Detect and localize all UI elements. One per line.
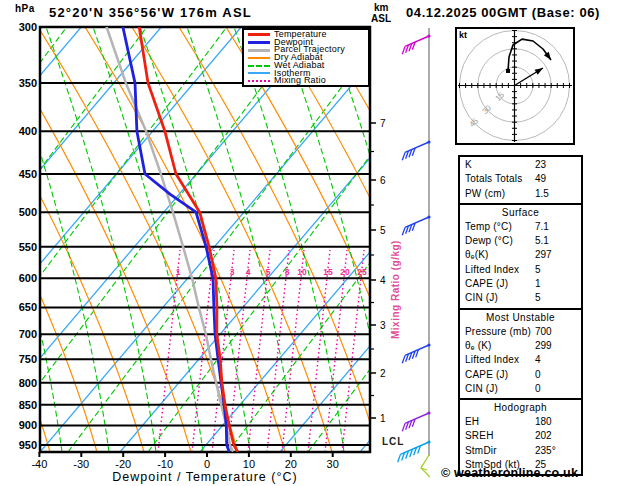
table-row-label: Temp (°C) bbox=[465, 220, 535, 234]
km-label: 4 bbox=[380, 275, 386, 286]
table-row-value: 0 bbox=[535, 368, 581, 382]
table-row-value: 49 bbox=[535, 172, 581, 186]
table-row: CIN (J)5 bbox=[465, 291, 581, 305]
table-row-value: 5.1 bbox=[535, 234, 581, 248]
legend-line-sample bbox=[248, 41, 270, 44]
table-row: θₑ (K)299 bbox=[465, 339, 581, 353]
sounding-indices-table: K23Totals Totals49PW (cm)1.5SurfaceTemp … bbox=[458, 155, 583, 476]
mixing-ratio-label: 5 bbox=[266, 267, 271, 277]
table-section-header: Most Unstable bbox=[465, 311, 581, 325]
table-section: HodographEH180SREH202StmDir235°StmSpd (k… bbox=[458, 398, 583, 476]
lcl-label: LCL bbox=[382, 436, 404, 447]
table-row-value: 700 bbox=[535, 325, 581, 339]
parcel-trajectory-curve bbox=[107, 27, 233, 451]
mixing-ratio-label: 10 bbox=[297, 267, 307, 277]
table-row-value: 23 bbox=[535, 158, 581, 172]
wet-adiabat-line bbox=[68, 27, 387, 452]
x-tick-label: -30 bbox=[73, 458, 89, 470]
wind-barb bbox=[402, 343, 430, 363]
mixing-ratio-line bbox=[192, 250, 214, 452]
legend-line-sample bbox=[248, 33, 270, 36]
legend-line-sample bbox=[248, 80, 270, 82]
table-row-value: 7.1 bbox=[535, 220, 581, 234]
wind-barb bbox=[421, 455, 430, 477]
table-row-value: 5 bbox=[535, 263, 581, 277]
table-row-label: SREH bbox=[465, 429, 535, 443]
table-row: CAPE (J)0 bbox=[465, 368, 581, 382]
x-tick-label: 10 bbox=[243, 458, 255, 470]
mixing-ratio-label: 15 bbox=[323, 267, 333, 277]
table-row: Lifted Index4 bbox=[465, 353, 581, 367]
table-row: EH180 bbox=[465, 415, 581, 429]
legend-line-sample bbox=[248, 49, 270, 52]
table-row-label: StmDir bbox=[465, 444, 535, 458]
table-row: Totals Totals49 bbox=[465, 172, 581, 186]
x-tick-label: 20 bbox=[285, 458, 297, 470]
km-label: 7 bbox=[380, 118, 386, 129]
wind-barb bbox=[402, 215, 430, 235]
table-row-value: 4 bbox=[535, 353, 581, 367]
pressure-label: 450 bbox=[19, 168, 37, 180]
mixing-ratio-axis-label: Mixing Ratio (g/kg) bbox=[390, 225, 401, 355]
table-row-label: Totals Totals bbox=[465, 172, 535, 186]
x-tick-label: -40 bbox=[31, 458, 47, 470]
pressure-label: 650 bbox=[19, 301, 37, 313]
km-label: 5 bbox=[380, 225, 386, 236]
table-row-value: 1.5 bbox=[535, 187, 581, 201]
mixing-ratio-label: 20 bbox=[340, 267, 350, 277]
table-row-label: Lifted Index bbox=[465, 353, 535, 367]
isotherm-line bbox=[0, 27, 1, 452]
km-label: 6 bbox=[380, 175, 386, 186]
table-section: SurfaceTemp (°C)7.1Dewp (°C)5.1θₑ(K)297L… bbox=[458, 203, 583, 308]
table-row-value: 202 bbox=[535, 429, 581, 443]
x-tick-label: -10 bbox=[157, 458, 173, 470]
pressure-label: 600 bbox=[19, 272, 37, 284]
pressure-label: 750 bbox=[19, 353, 37, 365]
table-row: Pressure (mb)700 bbox=[465, 325, 581, 339]
x-tick-label: -20 bbox=[115, 458, 131, 470]
wet-adiabat-line bbox=[328, 27, 438, 452]
table-row: CIN (J)0 bbox=[465, 382, 581, 396]
table-row-value: 1 bbox=[535, 277, 581, 291]
pressure-label: 800 bbox=[19, 377, 37, 389]
wind-barb bbox=[402, 411, 430, 431]
table-row: Lifted Index5 bbox=[465, 263, 581, 277]
wet-adiabat-line bbox=[281, 27, 391, 452]
copyright-label: © weatheronline.co.uk bbox=[441, 466, 578, 480]
table-row: Temp (°C)7.1 bbox=[465, 220, 581, 234]
mixing-ratio-label: 8 bbox=[285, 267, 290, 277]
table-row-value: 235° bbox=[535, 444, 581, 458]
table-row: CAPE (J)1 bbox=[465, 277, 581, 291]
table-row-label: Pressure (mb) bbox=[465, 325, 535, 339]
table-row: Dewp (°C)5.1 bbox=[465, 234, 581, 248]
legend-item: Mixing Ratio bbox=[248, 77, 368, 85]
wet-adiabat-line bbox=[148, 27, 467, 452]
temperature-curve bbox=[139, 27, 237, 451]
skewt-sounding-page: hPa 52°20'N 356°56'W 176m ASL km ASL 04.… bbox=[0, 0, 629, 486]
table-section: Most UnstablePressure (mb)700θₑ (K)299Li… bbox=[458, 308, 583, 398]
pressure-label: 300 bbox=[19, 21, 37, 33]
table-row-value: 5 bbox=[535, 291, 581, 305]
km-label: 2 bbox=[380, 368, 386, 379]
table-row-label: EH bbox=[465, 415, 535, 429]
pressure-label: 400 bbox=[19, 125, 37, 137]
pressure-label: 350 bbox=[19, 77, 37, 89]
mixing-ratio-line bbox=[325, 250, 347, 452]
wet-adiabat-line bbox=[46, 27, 156, 452]
legend-line-sample bbox=[248, 65, 270, 67]
isotherm-line bbox=[0, 27, 321, 452]
table-row-label: CAPE (J) bbox=[465, 368, 535, 382]
pressure-label: 700 bbox=[19, 328, 37, 340]
table-row-label: PW (cm) bbox=[465, 187, 535, 201]
isotherm-line bbox=[120, 27, 481, 452]
table-row-label: CIN (J) bbox=[465, 291, 535, 305]
table-row-value: 299 bbox=[535, 339, 581, 353]
table-row: PW (cm)1.5 bbox=[465, 187, 581, 201]
km-label: 1 bbox=[380, 413, 386, 424]
pressure-label: 850 bbox=[19, 399, 37, 411]
table-row-value: 0 bbox=[535, 382, 581, 396]
table-row: StmDir235° bbox=[465, 444, 581, 458]
mixing-ratio-label: 1 bbox=[176, 267, 181, 277]
table-row-label: CIN (J) bbox=[465, 382, 535, 396]
hodograph-trace-start-marker bbox=[506, 69, 510, 73]
